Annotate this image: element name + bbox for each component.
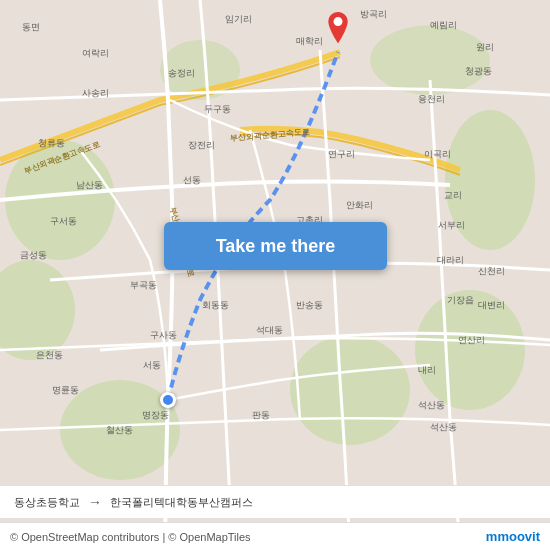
svg-text:은천동: 은천동 (36, 350, 63, 360)
svg-text:원리: 원리 (476, 42, 494, 52)
svg-point-1 (0, 260, 75, 360)
svg-text:사송리: 사송리 (82, 88, 109, 98)
svg-text:대변리: 대변리 (478, 300, 505, 310)
svg-text:금성동: 금성동 (20, 250, 47, 260)
svg-text:동면: 동면 (22, 22, 40, 32)
svg-point-3 (415, 290, 525, 410)
svg-text:부곡동: 부곡동 (130, 280, 157, 290)
svg-text:연산리: 연산리 (458, 335, 485, 345)
destination-marker (324, 12, 352, 52)
svg-text:융천리: 융천리 (418, 94, 445, 104)
svg-text:연구리: 연구리 (328, 149, 355, 159)
svg-text:임기리: 임기리 (225, 14, 252, 24)
svg-text:석산동: 석산동 (418, 400, 445, 410)
svg-text:구사동: 구사동 (150, 330, 177, 340)
destination-label: 한국폴리텍대학동부산캠퍼스 (110, 495, 253, 510)
svg-text:서부리: 서부리 (438, 220, 465, 230)
attribution-bar: © OpenStreetMap contributors | © OpenMap… (0, 522, 550, 550)
svg-text:매학리: 매학리 (296, 36, 323, 46)
svg-text:석산동: 석산동 (430, 422, 457, 432)
svg-text:선동: 선동 (183, 175, 201, 185)
svg-text:교리: 교리 (444, 190, 462, 200)
svg-text:안화리: 안화리 (346, 200, 373, 210)
route-arrow-icon: → (88, 494, 102, 510)
map-container: 부산외곽순환고속도로 부산외곽순환고속도로 부산진순환고속도로 동면 여락리 임… (0, 0, 550, 550)
map-svg: 부산외곽순환고속도로 부산외곽순환고속도로 부산진순환고속도로 동면 여락리 임… (0, 0, 550, 550)
svg-point-55 (334, 17, 343, 26)
attribution-text: © OpenStreetMap contributors | © OpenMap… (10, 531, 251, 543)
svg-text:예림리: 예림리 (430, 20, 457, 30)
svg-text:구서동: 구서동 (50, 216, 77, 226)
route-info-bar: 동상초등학교 → 한국폴리텍대학동부산캠퍼스 (0, 485, 550, 518)
svg-text:기장읍: 기장읍 (447, 295, 474, 305)
svg-text:여락리: 여락리 (82, 48, 109, 58)
svg-text:철산동: 철산동 (106, 425, 133, 435)
svg-text:판동: 판동 (252, 410, 270, 420)
svg-text:두구동: 두구동 (204, 104, 231, 114)
take-me-there-button[interactable]: Take me there (164, 222, 387, 270)
origin-marker (160, 392, 176, 408)
svg-text:장전리: 장전리 (188, 140, 215, 150)
svg-text:서동: 서동 (143, 360, 161, 370)
svg-text:명륜동: 명륜동 (52, 385, 79, 395)
svg-text:반송동: 반송동 (296, 300, 323, 310)
svg-text:남산동: 남산동 (76, 180, 103, 190)
svg-text:내리: 내리 (418, 365, 436, 375)
svg-text:명장동: 명장동 (142, 410, 169, 420)
svg-text:회동동: 회동동 (202, 300, 229, 310)
svg-text:석대동: 석대동 (256, 325, 283, 335)
svg-text:청광동: 청광동 (465, 66, 492, 76)
svg-text:방곡리: 방곡리 (360, 9, 387, 19)
origin-label: 동상초등학교 (14, 495, 80, 510)
svg-point-5 (290, 335, 410, 445)
moovit-logo: mmoovit (486, 529, 540, 544)
svg-text:청류동: 청류동 (38, 138, 65, 148)
svg-text:신천리: 신천리 (478, 266, 505, 276)
svg-text:대라리: 대라리 (437, 255, 464, 265)
svg-text:송정리: 송정리 (168, 68, 195, 78)
svg-text:이곡리: 이곡리 (424, 149, 451, 159)
